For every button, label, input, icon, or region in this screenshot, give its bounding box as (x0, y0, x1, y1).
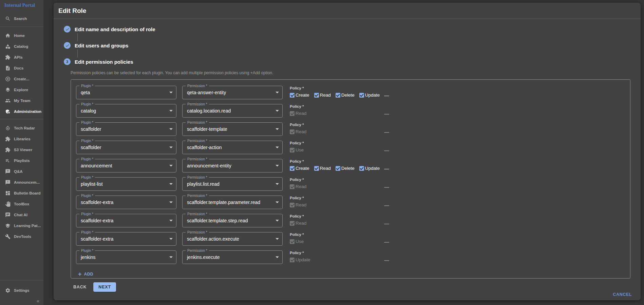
permission-select-value: qeta-answer-entity (187, 90, 226, 95)
remove-row-button (384, 132, 389, 133)
plugin-select[interactable]: Plugin * catalog (76, 104, 176, 118)
permission-select-value: scaffolder.action.execute (187, 236, 239, 242)
permission-select[interactable]: Permission * announcement-entity (182, 159, 283, 172)
sidebar-item-explore[interactable]: Explore (0, 84, 43, 95)
checkbox-label: Read (296, 221, 306, 226)
policy-checkbox-update[interactable]: Update (359, 93, 380, 98)
sidebar-item-s3-viewer[interactable]: S3 Viewer (0, 144, 43, 155)
sidebar-item-learning-paths[interactable]: Learning Pat... (0, 220, 43, 231)
sidebar-item-my-team[interactable]: My Team (0, 95, 43, 106)
plugin-select[interactable]: Plugin * scaffolder-extra (76, 196, 176, 209)
remove-row-button[interactable] (384, 169, 389, 169)
checkbox-icon (290, 111, 295, 116)
sidebar-item-qa[interactable]: Q&A (0, 166, 43, 177)
chevron-down-icon (169, 238, 173, 240)
sidebar-item-apis[interactable]: APIs (0, 52, 43, 63)
sidebar-item-tech-radar[interactable]: Tech Radar (0, 123, 43, 134)
chevron-down-icon (276, 147, 279, 148)
permission-select[interactable]: Permission * scaffolder-template (182, 122, 283, 136)
sidebar-item-playlists[interactable]: Playlists (0, 155, 43, 166)
checkbox-icon (290, 258, 295, 262)
checkbox-label: Read (296, 184, 306, 189)
sidebar-item-home[interactable]: Home (0, 30, 43, 41)
permission-select[interactable]: Permission * scaffolder.action.execute (182, 232, 283, 246)
dashboard-icon (5, 190, 11, 196)
plugin-select[interactable]: Plugin * scaffolder (76, 141, 176, 154)
checkbox-icon (336, 166, 340, 171)
add-circle-icon (5, 76, 11, 82)
add-policy-button[interactable]: +ADD (77, 270, 100, 278)
sidebar-item-administration[interactable]: Administration (0, 106, 43, 117)
category-icon (5, 44, 11, 49)
plugin-select[interactable]: Plugin * qeta (76, 86, 176, 99)
permission-select[interactable]: Permission * scaffolder.template.step.re… (182, 214, 283, 227)
plugin-select[interactable]: Plugin * scaffolder-extra (76, 214, 176, 227)
plugin-select[interactable]: Plugin * playlist-list (76, 177, 176, 191)
permission-select[interactable]: Permission * playlist.list.read (182, 177, 283, 191)
back-button[interactable]: BACK (71, 283, 89, 291)
sidebar-item-bulletin-board[interactable]: Bulletin Board (0, 188, 43, 199)
sidebar-item-toolbox[interactable]: ToolBox (0, 199, 43, 209)
sidebar-item-chat-ai[interactable]: Chat AI (0, 209, 43, 220)
sidebar-item-label: Announcem... (14, 180, 40, 184)
extension-icon (5, 55, 11, 60)
checkbox-label: Read (296, 111, 306, 116)
permission-select[interactable]: Permission * scaffolder-action (182, 141, 283, 154)
plugin-select-value: jenkins (81, 255, 96, 260)
sidebar-item-label: Learning Pat... (14, 224, 41, 228)
plugin-select[interactable]: Plugin * announcement (76, 159, 176, 172)
home-icon (5, 33, 11, 38)
cancel-button[interactable]: CANCEL (611, 291, 634, 298)
plugin-select[interactable]: Plugin * jenkins (76, 250, 176, 264)
wrench-icon (5, 234, 11, 239)
checkbox-icon (314, 93, 319, 98)
permission-policy-row: Plugin * scaffolder-extra Permission * s… (76, 211, 630, 229)
sidebar-collapse-icon[interactable]: « (37, 298, 39, 304)
sidebar-item-label: Playlists (14, 159, 30, 163)
chevron-down-icon (169, 257, 173, 258)
chevron-down-icon (169, 92, 173, 94)
permission-select[interactable]: Permission * scaffolder.template.paramet… (182, 196, 283, 209)
sidebar-item-label: Explore (14, 88, 28, 92)
checkbox-label: Create (296, 93, 309, 98)
policy-label: Policy * (290, 86, 384, 90)
checkbox-label: Create (296, 166, 309, 171)
sidebar-item-settings[interactable]: Settings (0, 285, 43, 296)
policy-label: Policy * (290, 232, 384, 237)
policy-checkbox-delete[interactable]: Delete (336, 166, 355, 171)
policy-checkbox-create[interactable]: Create (290, 166, 309, 171)
policy-checkbox-read: Read (290, 184, 306, 189)
sidebar-item-search[interactable]: Search (0, 13, 43, 24)
sidebar-item-libraries[interactable]: Libraries (0, 134, 43, 144)
remove-row-button[interactable] (384, 96, 389, 96)
policy-checkbox-create[interactable]: Create (290, 93, 309, 98)
policy-checkbox-read[interactable]: Read (314, 93, 331, 98)
permission-select[interactable]: Permission * qeta-answer-entity (182, 86, 283, 99)
checkbox-icon (290, 166, 295, 171)
checkbox-label: Update (296, 257, 310, 262)
checkbox-icon (290, 239, 295, 244)
sidebar-item-announcements[interactable]: Announcem... (0, 177, 43, 188)
sidebar-item-catalog[interactable]: Catalog (0, 41, 43, 52)
plugin-select[interactable]: Plugin * scaffolder-extra (76, 232, 176, 246)
permission-select[interactable]: Permission * catalog.location.read (182, 104, 283, 118)
step-completed-icon (64, 26, 71, 33)
next-button[interactable]: NEXT (93, 282, 116, 292)
extension-icon (5, 136, 11, 142)
permission-select-label: Permission * (186, 139, 209, 143)
plugin-select-label: Plugin * (79, 84, 95, 88)
policy-checkbox-read[interactable]: Read (314, 166, 331, 171)
sidebar-item-devtools[interactable]: DevTools (0, 231, 43, 242)
plugin-select[interactable]: Plugin * scaffolder (76, 122, 176, 136)
sidebar-item-create[interactable]: Create... (0, 74, 43, 84)
policy-checkbox-delete[interactable]: Delete (336, 93, 355, 98)
card-header: Edit Role (54, 3, 641, 19)
policy-group: Policy * Read (290, 193, 384, 207)
step-1: Edit name and description of role (64, 25, 641, 33)
permission-select-value: announcement-entity (187, 163, 231, 168)
sidebar-item-label: My Team (14, 99, 30, 103)
policy-checkbox-update[interactable]: Update (359, 166, 380, 171)
sidebar-item-docs[interactable]: Docs (0, 63, 43, 74)
plugin-select-value: catalog (81, 108, 96, 114)
permission-select[interactable]: Permission * jenkins.execute (182, 250, 283, 264)
